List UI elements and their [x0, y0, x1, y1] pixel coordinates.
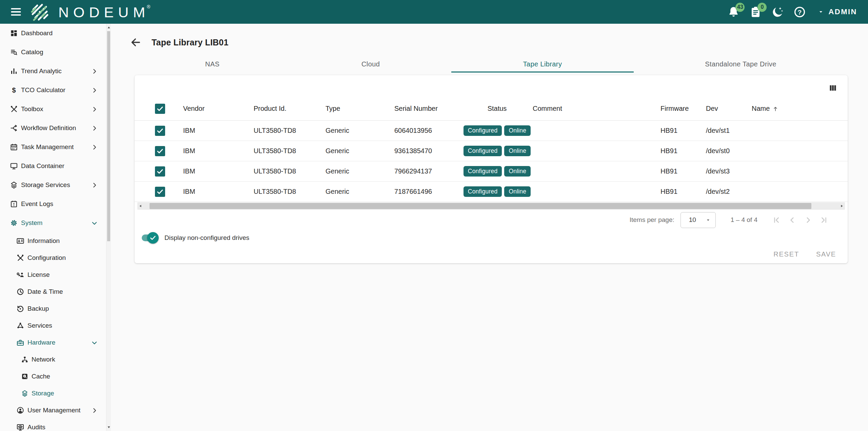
- horizontal-scrollbar-thumb[interactable]: [150, 203, 811, 209]
- page-range-label: 1 – 4 of 4: [731, 216, 757, 224]
- cell-firmware: HB91: [660, 167, 706, 175]
- sidebar-item-information[interactable]: Information: [0, 232, 106, 249]
- main-content: Tape Library LIB01 NASCloudTape LibraryS…: [111, 24, 868, 431]
- sidebar-item-cache[interactable]: Cache: [0, 368, 106, 385]
- column-header-vendor[interactable]: Vendor: [183, 105, 254, 112]
- cell-dev: /dev/st1: [706, 127, 752, 135]
- menu-icon[interactable]: [9, 5, 22, 18]
- user-menu[interactable]: ADMIN: [817, 7, 857, 16]
- sidebar-item-event-logs[interactable]: Event Logs: [0, 194, 106, 213]
- column-header-firmware[interactable]: Firmware: [660, 105, 706, 112]
- horizontal-scrollbar[interactable]: [137, 202, 845, 210]
- sidebar-item-dashboard[interactable]: Dashboard: [0, 24, 106, 43]
- cell-type: Generic: [326, 147, 394, 155]
- sidebar-item-label: Storage: [32, 390, 54, 397]
- sidebar-scrollbar[interactable]: [106, 24, 111, 431]
- cell-dev: /dev/st3: [706, 167, 752, 175]
- task-list-button[interactable]: 0: [749, 6, 762, 18]
- row-checkbox[interactable]: [155, 146, 165, 156]
- sidebar-item-system[interactable]: System: [0, 213, 106, 232]
- status-chip-online: Online: [504, 186, 531, 197]
- toggle-label: Display non-configured drives: [164, 234, 249, 242]
- trend-analytic-icon: [10, 67, 18, 75]
- last-page-button[interactable]: [820, 216, 829, 225]
- column-header-name[interactable]: Name: [752, 105, 840, 112]
- dark-mode-button[interactable]: [771, 6, 784, 18]
- back-arrow-icon[interactable]: [130, 37, 141, 48]
- sidebar-item-label: Data Container: [21, 162, 64, 170]
- column-header-product-id[interactable]: Product Id.: [254, 105, 326, 112]
- tab-tape-library[interactable]: Tape Library: [451, 57, 634, 73]
- sidebar-item-trend-analytic[interactable]: Trend Analytic: [0, 62, 106, 81]
- help-button[interactable]: [793, 6, 806, 18]
- save-button[interactable]: SAVE: [813, 248, 840, 261]
- sidebar-item-backup[interactable]: Backup: [0, 300, 106, 317]
- cell-vendor: IBM: [183, 127, 254, 135]
- cell-firmware: HB91: [660, 147, 706, 155]
- column-header-dev[interactable]: Dev: [706, 105, 752, 112]
- cell-type: Generic: [326, 167, 394, 175]
- sidebar-item-license[interactable]: License: [0, 266, 106, 283]
- status-chip-configured: Configured: [463, 166, 502, 177]
- display-non-configured-toggle[interactable]: [142, 234, 158, 241]
- cell-product_id: ULT3580-TD8: [254, 147, 326, 155]
- data-container-icon: [10, 162, 18, 170]
- sidebar-item-label: Dashboard: [21, 29, 53, 37]
- topbar-actions: 43 0 ADMIN: [727, 6, 857, 18]
- card-actions: RESET SAVE: [135, 248, 848, 261]
- reset-button[interactable]: RESET: [770, 248, 803, 261]
- sidebar-item-network[interactable]: Network: [0, 351, 106, 368]
- column-header-serial-number[interactable]: Serial Number: [394, 105, 466, 112]
- row-checkbox[interactable]: [155, 187, 165, 197]
- network-icon: [21, 356, 28, 363]
- notifications-button[interactable]: 43: [727, 6, 740, 18]
- sidebar-item-hardware[interactable]: Hardware: [0, 334, 106, 351]
- sidebar-item-catalog[interactable]: Catalog: [0, 43, 106, 62]
- tab-nas[interactable]: NAS: [135, 57, 290, 73]
- sidebar-scrollbar-thumb[interactable]: [107, 31, 110, 241]
- backup-icon: [16, 305, 24, 313]
- sidebar-item-task-management[interactable]: Task Management: [0, 138, 106, 157]
- event-logs-icon: [10, 200, 18, 208]
- sidebar-item-label: Trend Analytic: [21, 67, 62, 75]
- sidebar-item-storage[interactable]: Storage: [0, 385, 106, 402]
- sidebar-item-configuration[interactable]: Configuration: [0, 249, 106, 266]
- system-icon: [10, 219, 18, 227]
- sidebar-item-date-time[interactable]: Date & Time: [0, 283, 106, 300]
- first-page-button[interactable]: [772, 216, 781, 225]
- tab-standalone-tape-drive[interactable]: Standalone Tape Drive: [634, 57, 848, 73]
- pagination-controls: [772, 216, 829, 225]
- previous-page-button[interactable]: [788, 216, 797, 225]
- scroll-left-icon[interactable]: [138, 204, 142, 208]
- sidebar-item-audits[interactable]: Audits: [0, 419, 106, 431]
- sidebar-item-label: Information: [27, 237, 60, 245]
- sidebar-item-user-management[interactable]: User Management: [0, 402, 106, 419]
- column-header-comment[interactable]: Comment: [528, 105, 660, 112]
- cell-status: ConfiguredOnline: [463, 166, 531, 177]
- row-checkbox[interactable]: [155, 166, 165, 177]
- tasks-badge: 0: [757, 3, 767, 12]
- sidebar-item-data-container[interactable]: Data Container: [0, 157, 106, 176]
- table-row: IBMULT3580-TD8Generic7966294137Configure…: [135, 161, 848, 182]
- chevron-down-icon: [91, 339, 98, 346]
- column-chooser-icon[interactable]: [828, 83, 837, 93]
- row-checkbox[interactable]: [155, 126, 165, 136]
- sidebar-item-workflow-definition[interactable]: Workflow Definition: [0, 119, 106, 138]
- next-page-button[interactable]: [804, 216, 813, 225]
- scroll-up-icon[interactable]: [107, 25, 111, 29]
- column-header-type[interactable]: Type: [326, 105, 394, 112]
- sidebar-item-label: Services: [27, 322, 52, 329]
- tab-cloud[interactable]: Cloud: [290, 57, 451, 73]
- table-row: IBMULT3580-TD8Generic7187661496Configure…: [135, 182, 848, 202]
- cell-type: Generic: [326, 127, 394, 135]
- scroll-down-icon[interactable]: [107, 425, 111, 429]
- column-header-status[interactable]: Status: [488, 105, 507, 112]
- select-all-checkbox[interactable]: [155, 104, 165, 114]
- brand-title: NODEUM®: [58, 4, 155, 20]
- items-per-page-select[interactable]: 10: [680, 212, 716, 228]
- scroll-right-icon[interactable]: [840, 204, 844, 208]
- sidebar-item-tco-calculator[interactable]: TCO Calculator: [0, 81, 106, 100]
- sidebar-item-services[interactable]: Services: [0, 317, 106, 334]
- sidebar-item-toolbox[interactable]: Toolbox: [0, 100, 106, 119]
- sidebar-item-storage-services[interactable]: Storage Services: [0, 176, 106, 194]
